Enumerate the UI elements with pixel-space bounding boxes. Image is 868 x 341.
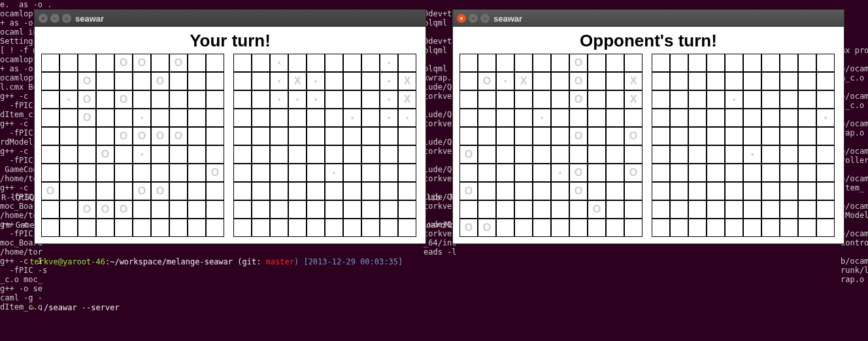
board-cell[interactable] [761, 182, 780, 200]
board-cell[interactable] [743, 54, 761, 72]
board-cell[interactable] [361, 164, 380, 182]
minimize-icon[interactable]: − [469, 14, 478, 23]
board-cell[interactable] [707, 109, 725, 127]
board-cell[interactable] [670, 182, 688, 200]
board-cell[interactable] [652, 54, 670, 72]
board-cell[interactable] [252, 200, 270, 219]
board-cell[interactable] [725, 164, 743, 182]
board-cell[interactable] [688, 145, 707, 164]
board-cell[interactable]: • [307, 72, 325, 90]
board-cell[interactable] [743, 90, 761, 109]
board-cell[interactable] [725, 127, 743, 145]
board-cell[interactable]: X [398, 72, 416, 90]
board-cell[interactable] [325, 127, 343, 145]
board-cell[interactable] [652, 200, 670, 219]
board-cell[interactable] [707, 200, 725, 219]
board-cell[interactable] [288, 200, 307, 219]
board-cell[interactable] [288, 127, 307, 145]
board-cell[interactable] [816, 72, 835, 90]
titlebar[interactable]: × − ▫ seawar [453, 10, 844, 27]
board-cell[interactable] [743, 182, 761, 200]
board-cell[interactable] [398, 200, 416, 219]
board-cell[interactable] [780, 54, 798, 72]
board-cell[interactable] [725, 200, 743, 219]
board-cell[interactable] [688, 127, 707, 145]
board-cell[interactable] [725, 182, 743, 200]
board-cell[interactable] [780, 72, 798, 90]
board-cell[interactable] [361, 127, 380, 145]
board-cell[interactable] [761, 54, 780, 72]
board-cell[interactable] [688, 182, 707, 200]
board-cell[interactable] [707, 90, 725, 109]
board-cell[interactable] [780, 90, 798, 109]
board-cell[interactable] [652, 127, 670, 145]
board-cell[interactable] [380, 219, 398, 237]
board-cell[interactable] [761, 219, 780, 237]
board-cell[interactable] [325, 182, 343, 200]
board-cell[interactable] [361, 200, 380, 219]
board-cell[interactable]: • [398, 109, 416, 127]
maximize-icon[interactable]: ▫ [62, 14, 71, 23]
board-cell[interactable] [233, 219, 252, 237]
board-cell[interactable] [816, 182, 835, 200]
board-cell[interactable] [270, 164, 288, 182]
board-cell[interactable] [307, 145, 325, 164]
board-cell[interactable]: • [270, 54, 288, 72]
board-cell[interactable] [780, 145, 798, 164]
board-cell[interactable] [252, 109, 270, 127]
board-cell[interactable] [343, 200, 361, 219]
board-cell[interactable]: • [288, 90, 307, 109]
board-cell[interactable]: • [307, 90, 325, 109]
board-cell[interactable] [325, 109, 343, 127]
board-cell[interactable] [252, 219, 270, 237]
board-cell[interactable] [725, 219, 743, 237]
board-cell[interactable] [307, 109, 325, 127]
board-cell[interactable] [270, 145, 288, 164]
board-cell[interactable] [652, 90, 670, 109]
board-cell[interactable] [743, 164, 761, 182]
board-cell[interactable] [798, 72, 816, 90]
board-cell[interactable] [688, 109, 707, 127]
board-cell[interactable] [233, 90, 252, 109]
board-cell[interactable] [325, 72, 343, 90]
board-cell[interactable] [688, 90, 707, 109]
board-cell[interactable] [233, 109, 252, 127]
board-cell[interactable] [743, 200, 761, 219]
terminal-command-line[interactable]: → ./seawar --server [1, 294, 867, 321]
board-cell[interactable] [652, 164, 670, 182]
board-cell[interactable]: • [380, 72, 398, 90]
board-cell[interactable]: • [816, 109, 835, 127]
board-cell[interactable] [252, 72, 270, 90]
board-cell[interactable] [670, 145, 688, 164]
board-cell[interactable]: • [380, 54, 398, 72]
board-cell[interactable] [725, 54, 743, 72]
board-cell[interactable] [707, 219, 725, 237]
board-cell[interactable] [798, 54, 816, 72]
board-cell[interactable] [761, 72, 780, 90]
board-cell[interactable] [761, 145, 780, 164]
board-cell[interactable] [307, 200, 325, 219]
board-cell[interactable] [270, 200, 288, 219]
board-cell[interactable] [307, 182, 325, 200]
board-cell[interactable] [343, 145, 361, 164]
board-cell[interactable] [707, 145, 725, 164]
board-cell[interactable] [707, 164, 725, 182]
board-cell[interactable] [725, 145, 743, 164]
board-cell[interactable] [252, 182, 270, 200]
board-cell[interactable] [343, 54, 361, 72]
board-cell[interactable]: X [288, 72, 307, 90]
board-cell[interactable] [816, 127, 835, 145]
board-cell[interactable] [707, 182, 725, 200]
board-cell[interactable] [325, 145, 343, 164]
board-cell[interactable] [288, 109, 307, 127]
board-cell[interactable] [761, 90, 780, 109]
board-cell[interactable] [798, 200, 816, 219]
board-cell[interactable] [798, 164, 816, 182]
board-cell[interactable] [707, 54, 725, 72]
board-cell[interactable] [380, 164, 398, 182]
board-cell[interactable] [361, 109, 380, 127]
close-icon[interactable]: × [457, 14, 466, 23]
board-cell[interactable] [670, 164, 688, 182]
board-cell[interactable] [816, 200, 835, 219]
board-cell[interactable] [398, 145, 416, 164]
